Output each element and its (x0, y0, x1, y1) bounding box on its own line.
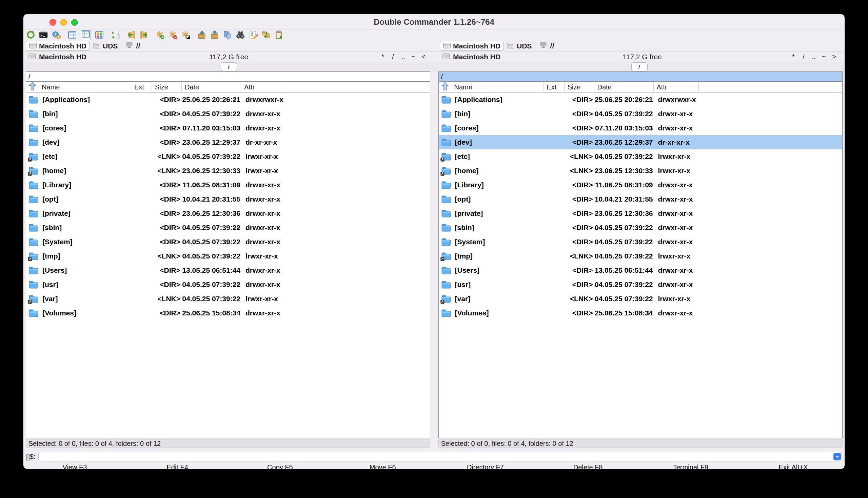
file-row[interactable]: [System] <DIR> 04.05.25 07:39:22 drwxr-x… (439, 235, 843, 249)
command-history-dropdown-button[interactable] (833, 453, 841, 460)
mark-minus-icon[interactable] (168, 30, 177, 39)
refresh-icon[interactable] (26, 30, 35, 39)
nav-button[interactable]: ~ (408, 52, 418, 62)
column-header-name[interactable]: Name (439, 82, 544, 92)
extract-icon[interactable] (210, 30, 219, 39)
nav-button[interactable]: .. (398, 52, 408, 62)
column-header-attr[interactable]: Attr (241, 82, 286, 92)
file-row[interactable]: [opt] <DIR> 10.04.21 20:31:55 drwxr-xr-x (439, 192, 843, 206)
mark-invert-icon[interactable] (181, 30, 190, 39)
file-row[interactable]: [Users] <DIR> 13.05.25 06:51:44 drwxr-xr… (26, 263, 430, 277)
file-row[interactable]: [sbin] <DIR> 04.05.25 07:39:22 drwxr-xr-… (439, 221, 843, 235)
function-key-f8[interactable]: Delete F8 (537, 463, 639, 472)
file-row[interactable]: [opt] <DIR> 10.04.21 20:31:55 drwxr-xr-x (26, 192, 430, 206)
up-directory-icon[interactable] (29, 82, 36, 92)
nav-button[interactable]: * (378, 52, 388, 62)
nav-button[interactable]: .. (809, 52, 819, 62)
file-row[interactable]: [bin] <DIR> 04.05.25 07:39:22 drwxr-xr-x (439, 107, 843, 121)
file-row[interactable]: [private] <DIR> 23.06.25 12:30:36 drwxr-… (439, 206, 843, 221)
nav-button[interactable]: / (388, 52, 398, 62)
column-header-ext[interactable]: Ext (131, 82, 152, 92)
column-header-size[interactable]: Size (152, 82, 182, 92)
file-row[interactable]: [sbin] <DIR> 04.05.25 07:39:22 drwxr-xr-… (26, 221, 430, 235)
nav-button[interactable]: > (829, 52, 839, 62)
network-path-button[interactable]: // (550, 42, 554, 51)
drive-button-macintosh-hd[interactable]: Macintosh HD (26, 41, 90, 51)
nav-button[interactable]: / (799, 52, 809, 62)
file-row[interactable]: [etc] <LNK> 04.05.25 07:39:22 lrwxr-xr-x (439, 149, 843, 163)
function-key-f3[interactable]: View F3 (23, 463, 126, 472)
file-row[interactable]: [tmp] <LNK> 04.05.25 07:39:22 lrwxr-xr-x (439, 249, 843, 263)
column-header-date[interactable]: Date (182, 82, 241, 92)
file-row[interactable]: [Users] <DIR> 13.05.25 06:51:44 drwxr-xr… (439, 263, 843, 277)
file-icon-cell (439, 149, 452, 163)
file-row[interactable]: [tmp] <LNK> 04.05.25 07:39:22 lrwxr-xr-x (26, 249, 430, 263)
up-directory-icon[interactable] (442, 82, 449, 92)
view-full-pressed[interactable] (81, 29, 91, 40)
window-title: Double Commander 1.1.26~764 (23, 14, 845, 29)
go-back-icon[interactable] (127, 30, 136, 39)
view-full-icon[interactable] (81, 29, 90, 38)
file-row[interactable]: [private] <DIR> 23.06.25 12:30:36 drwxr-… (26, 206, 430, 221)
file-row[interactable]: [usr] <DIR> 04.05.25 07:39:22 drwxr-xr-x (439, 277, 843, 292)
column-header-size[interactable]: Size (564, 82, 595, 92)
file-row[interactable]: [cores] <DIR> 07.11.20 03:15:03 drwxr-xr… (439, 121, 843, 135)
nav-button[interactable]: < (418, 52, 429, 62)
column-header-name[interactable]: Name (26, 82, 131, 92)
pack-icon[interactable] (197, 30, 206, 39)
file-row[interactable]: [dev] <DIR> 23.06.25 12:29:37 dr-xr-xr-x (26, 135, 430, 149)
file-row[interactable]: [bin] <DIR> 04.05.25 07:39:22 drwxr-xr-x (26, 107, 430, 121)
column-header-attr[interactable]: Attr (654, 82, 699, 92)
function-key-f9[interactable]: Terminal F9 (639, 463, 742, 472)
file-row[interactable]: [var] <LNK> 04.05.25 07:39:22 lrwxr-xr-x (439, 292, 843, 306)
clipboard-icon[interactable] (275, 30, 283, 39)
nav-button[interactable]: * (788, 52, 799, 62)
view-thumbnails-icon[interactable] (95, 30, 104, 39)
terminal-icon[interactable] (39, 30, 48, 39)
function-key-f6[interactable]: Move F6 (331, 463, 434, 472)
file-row[interactable]: [Volumes] <DIR> 25.06.25 15:08:34 drwxr-… (439, 306, 843, 320)
file-row[interactable]: [home] <LNK> 23.06.25 12:30:33 lrwxr-xr-… (439, 163, 843, 178)
nav-button[interactable]: ~ (819, 52, 829, 62)
file-row[interactable]: [home] <LNK> 23.06.25 12:30:33 lrwxr-xr-… (26, 163, 430, 178)
network-icon[interactable] (126, 42, 133, 51)
file-row[interactable]: [etc] <LNK> 04.05.25 07:39:22 lrwxr-xr-x (26, 149, 430, 163)
options-icon[interactable] (52, 30, 61, 39)
file-row[interactable]: [Applications] <DIR> 25.06.25 20:26:21 d… (26, 92, 430, 107)
path-bar[interactable]: / (26, 72, 430, 82)
file-date: 04.05.25 07:39:22 (182, 252, 241, 260)
network-icon[interactable] (539, 42, 547, 51)
network-path-button[interactable]: // (136, 42, 140, 51)
function-key-f4[interactable]: Edit F4 (126, 463, 229, 472)
file-date: 25.06.25 15:08:34 (182, 309, 241, 317)
function-key-alt+x[interactable]: Exit Alt+X (742, 463, 845, 472)
drive-button-uds[interactable]: UDS (90, 41, 121, 51)
mark-plus-icon[interactable] (156, 30, 164, 39)
directory-tab[interactable]: / (631, 62, 648, 71)
command-input[interactable] (38, 452, 842, 461)
file-row[interactable]: [var] <LNK> 04.05.25 07:39:22 lrwxr-xr-x (26, 292, 430, 306)
file-row[interactable]: [Volumes] <DIR> 25.06.25 15:08:34 drwxr-… (26, 306, 430, 320)
swap-panels-icon[interactable] (111, 30, 120, 39)
search-icon[interactable] (236, 30, 245, 39)
properties-icon[interactable] (249, 30, 258, 39)
file-row[interactable]: [Library] <DIR> 11.06.25 08:31:09 drwxr-… (439, 178, 843, 192)
file-row[interactable]: [Library] <DIR> 11.06.25 08:31:09 drwxr-… (26, 178, 430, 192)
function-key-f7[interactable]: Directory F7 (434, 463, 537, 472)
sync-dirs-icon[interactable] (262, 30, 271, 39)
drive-button-macintosh-hd[interactable]: Macintosh HD (440, 41, 504, 51)
file-row[interactable]: [System] <DIR> 04.05.25 07:39:22 drwxr-x… (26, 235, 430, 249)
column-header-date[interactable]: Date (595, 82, 654, 92)
file-row[interactable]: [cores] <DIR> 07.11.20 03:15:03 drwxr-xr… (26, 121, 430, 135)
view-brief-icon[interactable] (68, 30, 77, 39)
multi-rename-icon[interactable] (223, 30, 232, 39)
file-row[interactable]: [dev] <DIR> 23.06.25 12:29:37 dr-xr-xr-x (439, 135, 843, 149)
column-header-ext[interactable]: Ext (544, 82, 564, 92)
file-row[interactable]: [Applications] <DIR> 25.06.25 20:26:21 d… (439, 92, 843, 107)
drive-button-uds[interactable]: UDS (504, 41, 535, 51)
directory-tab[interactable]: / (221, 62, 237, 71)
file-row[interactable]: [usr] <DIR> 04.05.25 07:39:22 drwxr-xr-x (26, 277, 430, 292)
go-forward-icon[interactable] (140, 30, 149, 39)
function-key-f5[interactable]: Copy F5 (229, 463, 332, 472)
path-bar[interactable]: / (439, 72, 843, 82)
